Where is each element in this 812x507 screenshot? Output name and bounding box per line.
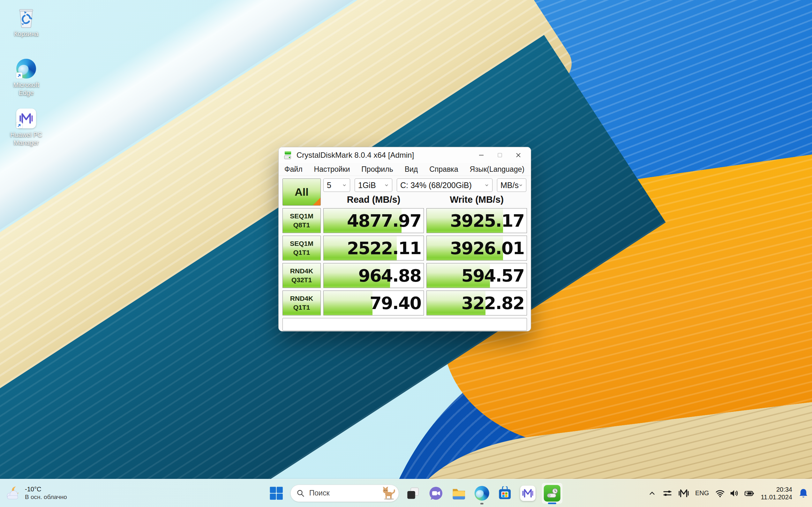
maximize-button[interactable]: [493, 150, 507, 161]
test-settings-row: 5 1GiB C: 34% (68/200GiB) MB/s: [323, 178, 527, 192]
chevron-down-icon: [485, 183, 489, 187]
tray-control-panel-button[interactable]: [663, 489, 672, 498]
write-header: Write (MB/s): [426, 194, 527, 206]
task-view-icon: [406, 487, 420, 500]
write-value: 3925.17: [450, 211, 524, 231]
desktop-icon-label: Huawei PC Manager: [7, 131, 45, 147]
maximize-icon: [497, 152, 503, 158]
huawei-pc-manager-icon: [520, 486, 536, 501]
title-bar[interactable]: CrystalDiskMark 8.0.4 x64 [Admin]: [278, 147, 531, 163]
chevron-down-icon: [342, 183, 347, 187]
chat-icon: [429, 486, 443, 500]
time: 20:34: [776, 486, 792, 493]
tray-huawei-pc-manager-button[interactable]: [679, 489, 689, 497]
status-bar: [283, 318, 527, 331]
chevron-down-icon: [519, 183, 523, 187]
target-drive-select[interactable]: C: 34% (68/200GiB): [397, 178, 493, 192]
chat-button[interactable]: [427, 484, 445, 502]
menu-bar: Файл Настройки Профиль Вид Справка Язык(…: [278, 163, 531, 176]
test-size-value: 1GiB: [358, 181, 376, 190]
windows-logo-icon: [269, 486, 284, 500]
menu-settings[interactable]: Настройки: [314, 165, 350, 174]
minimize-icon: [478, 152, 485, 158]
weather-widget[interactable]: -10°C В осн. облачно: [5, 479, 67, 507]
read-value: 964.88: [359, 266, 421, 286]
recycle-bin-icon: [16, 7, 37, 28]
weather-moon-cloud-icon: [5, 486, 21, 501]
search-icon: [297, 489, 305, 497]
notification-bell-icon: [799, 488, 808, 498]
notification-center-button[interactable]: [799, 488, 808, 498]
crystaldiskmark-window: CrystalDiskMark 8.0.4 x64 [Admin] Файл Н…: [278, 147, 531, 331]
read-value: 79.40: [370, 293, 421, 313]
edge-taskbar-button[interactable]: [473, 484, 491, 502]
desktop-icon-recycle-bin[interactable]: Корзина: [6, 7, 47, 38]
desktop-icon-label: Microsoft Edge: [10, 81, 43, 97]
task-view-button[interactable]: [404, 484, 422, 502]
desktop: Корзина Microsoft Edge Huawei PC Manager: [0, 0, 812, 507]
search-highlight-cat-icon: [381, 486, 396, 500]
write-result-bar: 594.57: [426, 263, 527, 288]
test-button-rnd4k-q1t1[interactable]: RND4K Q1T1: [283, 290, 321, 316]
language-indicator[interactable]: ENG: [695, 490, 709, 497]
huawei-m-tray-icon: [679, 489, 689, 497]
read-result-bar: 2522.11: [323, 236, 424, 261]
crystaldiskmark-app-icon: [284, 151, 293, 160]
weather-temperature: -10°C: [25, 485, 67, 493]
crystaldiskmark-taskbar-button[interactable]: [542, 483, 562, 504]
wifi-button[interactable]: [715, 489, 725, 498]
search-placeholder: Поиск: [309, 489, 377, 497]
test-count-select[interactable]: 5: [323, 178, 350, 192]
clock[interactable]: 20:34 11.01.2024: [761, 486, 792, 501]
edge-icon: [475, 486, 489, 501]
close-icon: [515, 152, 521, 158]
wifi-icon: [715, 489, 725, 498]
test-button-rnd4k-q32t1[interactable]: RND4K Q32T1: [283, 263, 321, 288]
desktop-icon-label: Корзина: [14, 30, 38, 38]
test-size-select[interactable]: 1GiB: [355, 178, 392, 192]
write-result-bar: 322.82: [426, 290, 527, 316]
unit-value: MB/s: [500, 181, 519, 190]
test-count-value: 5: [327, 181, 331, 190]
chevron-down-icon: [384, 183, 389, 187]
menu-help[interactable]: Справка: [429, 165, 458, 174]
search-box[interactable]: Поиск: [291, 485, 399, 502]
test-button-seq1m-q8t1[interactable]: SEQ1M Q8T1: [283, 208, 321, 233]
window-title: CrystalDiskMark 8.0.4 x64 [Admin]: [297, 151, 470, 160]
menu-language[interactable]: Язык(Language): [470, 165, 524, 174]
speaker-icon: [729, 489, 739, 498]
desktop-icon-edge[interactable]: Microsoft Edge: [6, 58, 47, 97]
menu-view[interactable]: Вид: [405, 165, 418, 174]
shortcut-arrow-icon: [16, 122, 22, 128]
write-value: 322.82: [461, 293, 524, 313]
write-value: 3926.01: [450, 238, 524, 258]
unit-select[interactable]: MB/s: [497, 178, 526, 192]
battery-charging-icon: [743, 489, 754, 498]
sliders-icon: [663, 489, 672, 498]
minimize-button[interactable]: [474, 150, 489, 161]
read-header: Read (MB/s): [323, 194, 424, 206]
run-all-button[interactable]: All: [283, 178, 321, 206]
target-drive-value: C: 34% (68/200GiB): [400, 181, 472, 190]
read-result-bar: 4877.97: [323, 208, 424, 233]
volume-button[interactable]: [729, 489, 739, 498]
column-headers: Read (MB/s) Write (MB/s): [323, 194, 527, 206]
taskbar: -10°C В осн. облачно Поиск: [0, 479, 812, 507]
read-value: 2522.11: [347, 238, 421, 258]
tray-expand-button[interactable]: [648, 489, 656, 497]
microsoft-store-icon: [498, 486, 512, 500]
file-explorer-button[interactable]: [450, 484, 468, 502]
active-app-indicator: [548, 503, 556, 504]
test-button-seq1m-q1t1[interactable]: SEQ1M Q1T1: [283, 236, 321, 261]
menu-profile[interactable]: Профиль: [361, 165, 393, 174]
battery-button[interactable]: [743, 489, 754, 498]
microsoft-store-button[interactable]: [496, 484, 514, 502]
menu-file[interactable]: Файл: [285, 165, 303, 174]
desktop-icon-huawei-pc-manager[interactable]: Huawei PC Manager: [6, 108, 47, 147]
huawei-pc-manager-taskbar-button[interactable]: [519, 484, 537, 502]
close-button[interactable]: [511, 150, 526, 161]
running-indicator: [480, 503, 484, 504]
read-result-bar: 964.88: [323, 263, 424, 288]
read-result-bar: 79.40: [323, 290, 424, 316]
start-button[interactable]: [267, 484, 285, 502]
